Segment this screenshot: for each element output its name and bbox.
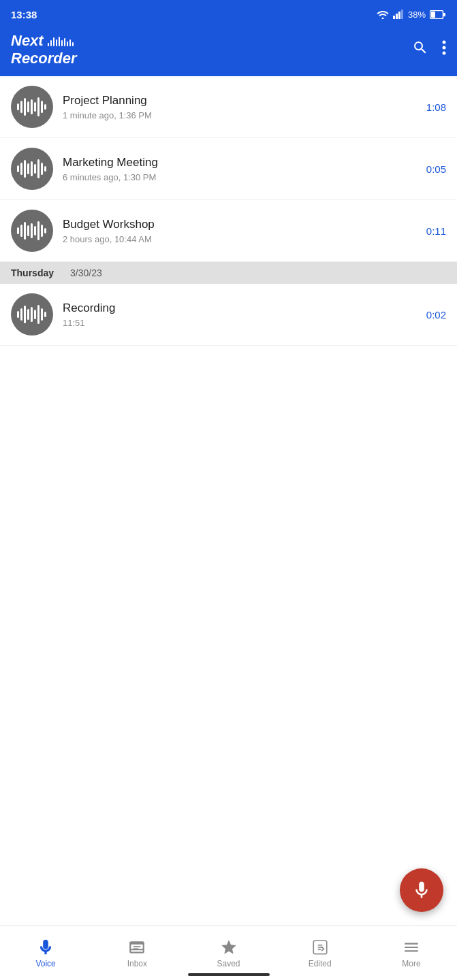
svg-rect-24	[34, 164, 36, 174]
waveform-avatar-2	[11, 148, 53, 190]
recording-info-4: Recording 11:51	[63, 301, 421, 328]
recording-item-budget-workshop[interactable]: Budget Workshop 2 hours ago, 10:44 AM 0:…	[0, 200, 457, 262]
svg-rect-33	[34, 226, 36, 235]
recording-item-project-planning[interactable]: Project Planning 1 minute ago, 1:36 PM 1…	[0, 76, 457, 138]
svg-rect-44	[41, 308, 43, 321]
more-options-button[interactable]	[442, 39, 446, 60]
svg-rect-34	[37, 221, 40, 240]
nav-item-more[interactable]: More	[366, 933, 457, 974]
recording-name-1: Project Planning	[63, 94, 421, 108]
recording-meta-3: 2 hours ago, 10:44 AM	[63, 234, 421, 244]
svg-rect-29	[20, 225, 22, 237]
svg-rect-1	[396, 14, 398, 19]
svg-rect-30	[24, 222, 26, 240]
svg-rect-31	[27, 225, 29, 236]
date-separator-thursday: Thursday 3/30/23	[0, 262, 457, 284]
svg-rect-41	[31, 307, 33, 322]
svg-rect-20	[20, 163, 22, 175]
svg-rect-13	[27, 101, 29, 112]
nav-item-voice[interactable]: Voice	[0, 933, 91, 974]
recording-item-recording[interactable]: Recording 11:51 0:02	[0, 284, 457, 346]
nav-item-inbox[interactable]: Inbox	[91, 933, 183, 974]
nav-item-edited[interactable]: Edited	[274, 933, 366, 974]
recording-meta-1: 1 minute ago, 1:36 PM	[63, 110, 421, 120]
app-header: Next Recorder	[0, 27, 457, 76]
inbox-icon	[128, 938, 146, 956]
svg-rect-5	[431, 12, 435, 18]
recording-meta-2: 6 minutes ago, 1:30 PM	[63, 172, 421, 182]
svg-rect-40	[27, 309, 29, 320]
waveform-avatar-4	[11, 293, 53, 336]
recording-item-marketing-meeting[interactable]: Marketing Meeting 6 minutes ago, 1:30 PM…	[0, 138, 457, 200]
nav-label-inbox: Inbox	[127, 959, 147, 968]
svg-rect-43	[37, 305, 40, 324]
svg-rect-17	[41, 101, 43, 113]
svg-rect-27	[44, 166, 46, 172]
svg-rect-14	[31, 99, 33, 114]
status-icons: 38%	[377, 10, 446, 20]
saved-icon	[220, 938, 238, 956]
edited-icon	[311, 938, 329, 956]
svg-rect-38	[20, 308, 22, 321]
recording-info-3: Budget Workshop 2 hours ago, 10:44 AM	[63, 218, 421, 244]
app-title: Next Recorder	[11, 32, 77, 68]
svg-rect-12	[24, 98, 26, 116]
recording-info-2: Marketing Meeting 6 minutes ago, 1:30 PM	[63, 156, 421, 182]
svg-rect-10	[17, 103, 19, 110]
signal-icon	[393, 10, 404, 19]
nav-label-voice: Voice	[35, 959, 55, 968]
svg-rect-37	[17, 311, 19, 318]
svg-rect-16	[37, 97, 40, 116]
search-button[interactable]	[412, 39, 428, 60]
more-nav-icon	[403, 938, 420, 956]
svg-rect-35	[41, 225, 43, 237]
waveform-avatar-1	[11, 86, 53, 128]
voice-icon	[37, 938, 54, 956]
recordings-list: Project Planning 1 minute ago, 1:36 PM 1…	[0, 76, 457, 346]
recording-name-3: Budget Workshop	[63, 218, 421, 231]
status-bar: 13:38 38%	[0, 0, 457, 27]
status-time: 13:38	[11, 9, 37, 20]
svg-rect-42	[34, 310, 36, 319]
svg-rect-32	[31, 223, 33, 238]
svg-rect-3	[401, 10, 403, 19]
battery-percentage: 38%	[408, 10, 426, 20]
recording-duration-4: 0:02	[426, 309, 446, 321]
svg-rect-6	[443, 13, 445, 16]
waveform-avatar-3	[11, 210, 53, 252]
svg-rect-21	[24, 160, 26, 178]
svg-rect-26	[41, 163, 43, 175]
svg-rect-25	[37, 159, 40, 178]
recording-name-4: Recording	[63, 301, 421, 315]
svg-rect-2	[398, 12, 400, 19]
recording-duration-2: 0:05	[426, 163, 446, 175]
svg-rect-36	[44, 228, 46, 233]
date-full: 3/30/23	[70, 267, 102, 278]
nav-label-more: More	[402, 959, 420, 968]
app-name-recorder: Recorder	[11, 50, 77, 67]
recording-duration-1: 1:08	[426, 101, 446, 113]
record-fab-button[interactable]	[400, 868, 443, 912]
recording-info-1: Project Planning 1 minute ago, 1:36 PM	[63, 94, 421, 120]
svg-point-7	[443, 41, 446, 44]
svg-point-9	[443, 52, 446, 55]
nav-item-saved[interactable]: Saved	[183, 933, 274, 974]
recording-meta-4: 11:51	[63, 318, 421, 328]
nav-label-edited: Edited	[309, 959, 332, 968]
recording-name-2: Marketing Meeting	[63, 156, 421, 169]
recording-duration-3: 0:11	[426, 225, 446, 237]
svg-rect-15	[34, 102, 36, 112]
app-name-next: Next	[11, 32, 44, 50]
svg-rect-0	[393, 16, 395, 19]
svg-point-8	[443, 46, 446, 50]
app-logo-waveform	[48, 35, 74, 46]
bottom-navigation: Voice Inbox Saved Edited More	[0, 926, 457, 980]
date-day: Thursday	[11, 267, 54, 278]
nav-label-saved: Saved	[217, 959, 240, 968]
svg-rect-19	[17, 165, 19, 172]
svg-rect-11	[20, 101, 22, 113]
wifi-icon	[377, 10, 389, 19]
svg-rect-39	[24, 306, 26, 323]
svg-rect-23	[31, 161, 33, 176]
svg-rect-18	[44, 104, 46, 110]
